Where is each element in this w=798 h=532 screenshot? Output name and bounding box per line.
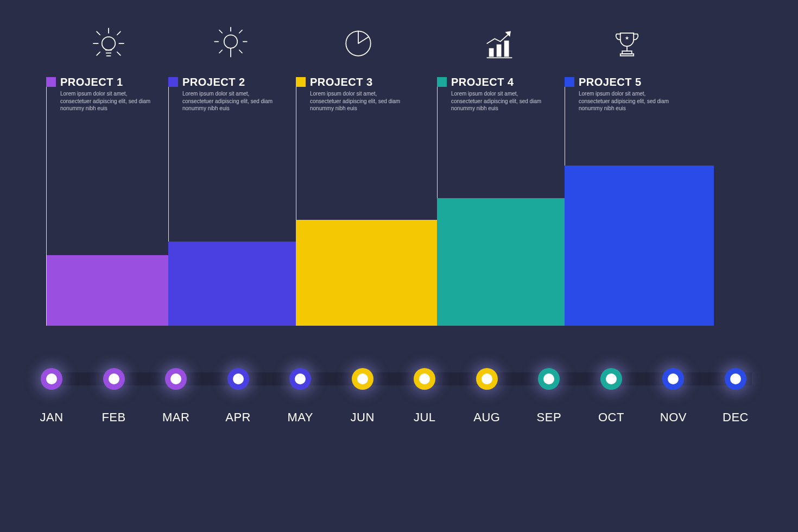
- timeline-dot: [41, 368, 62, 390]
- month-label: DEC: [723, 410, 749, 425]
- pie-icon: [296, 16, 421, 71]
- project-4: PROJECT 4 Lorem ipsum dolor sit amet, co…: [437, 16, 562, 112]
- month-label: AUG: [473, 410, 500, 425]
- project-title: PROJECT 2: [182, 76, 275, 88]
- timeline-dot: [600, 368, 622, 390]
- svg-line-14: [239, 30, 242, 33]
- timeline-dot: [227, 368, 249, 390]
- project-3: PROJECT 3 Lorem ipsum dolor sit amet, co…: [296, 16, 421, 112]
- svg-line-15: [219, 50, 222, 53]
- month-label: MAY: [287, 410, 313, 425]
- project-2: PROJECT 2 Lorem ipsum dolor sit amet, co…: [168, 16, 293, 112]
- svg-line-4: [97, 31, 100, 35]
- project-5: ★ PROJECT 5 Lorem ipsum dolor sit amet, …: [565, 16, 689, 112]
- timeline-dot: [165, 368, 187, 390]
- month-label: SEP: [537, 410, 562, 425]
- svg-rect-24: [620, 54, 634, 56]
- svg-line-5: [117, 31, 121, 35]
- timeline-dot: [289, 368, 311, 390]
- svg-point-8: [224, 35, 238, 48]
- month-label: JUL: [414, 410, 436, 425]
- bar-project-2: [168, 242, 318, 326]
- month-label: OCT: [598, 410, 624, 425]
- month-label: FEB: [102, 410, 125, 425]
- month-label: JAN: [40, 410, 63, 425]
- project-description: Lorem ipsum dolor sit amet, consectetuer…: [451, 90, 543, 112]
- magnifier-icon: [168, 16, 293, 71]
- project-title: PROJECT 5: [579, 76, 671, 88]
- project-description: Lorem ipsum dolor sit amet, consectetuer…: [182, 90, 275, 112]
- bar-project-3: [296, 220, 459, 326]
- month-label: MAR: [162, 410, 189, 425]
- timeline-dot: [476, 368, 498, 390]
- bar-project-5: [565, 166, 714, 326]
- color-swatch: [46, 77, 56, 87]
- svg-line-7: [117, 52, 121, 55]
- month-label: JUN: [351, 410, 375, 425]
- svg-rect-19: [497, 45, 502, 57]
- bar-project-4: [437, 198, 586, 326]
- svg-line-13: [219, 30, 222, 33]
- timeline-track: [46, 372, 752, 385]
- project-description: Lorem ipsum dolor sit amet, consectetuer…: [60, 90, 153, 112]
- project-title: PROJECT 1: [60, 76, 153, 88]
- color-swatch: [437, 77, 447, 87]
- svg-rect-20: [504, 41, 509, 57]
- timeline-dot: [103, 368, 125, 390]
- project-1: PROJECT 1 Lorem ipsum dolor sit amet, co…: [46, 16, 171, 112]
- timeline-dot: [352, 368, 373, 390]
- chart-area: PROJECT 1 Lorem ipsum dolor sit amet, co…: [46, 16, 752, 364]
- lightbulb-icon: [46, 16, 171, 71]
- svg-text:★: ★: [625, 35, 629, 41]
- timeline-dot: [725, 368, 746, 390]
- svg-line-16: [239, 50, 242, 53]
- project-title: PROJECT 4: [451, 76, 543, 88]
- project-description: Lorem ipsum dolor sit amet, consectetuer…: [310, 90, 402, 112]
- color-swatch: [168, 77, 178, 87]
- timeline-dot: [662, 368, 684, 390]
- growth-icon: [437, 16, 562, 71]
- project-title: PROJECT 3: [310, 76, 402, 88]
- svg-point-0: [102, 37, 116, 50]
- color-swatch: [565, 77, 574, 87]
- project-description: Lorem ipsum dolor sit amet, consectetuer…: [579, 90, 671, 112]
- month-label: APR: [225, 410, 251, 425]
- timeline-dot: [414, 368, 435, 390]
- leader-line: [46, 84, 47, 326]
- trophy-icon: ★: [565, 16, 689, 71]
- svg-line-6: [97, 52, 100, 55]
- svg-rect-18: [489, 48, 494, 57]
- timeline-dot: [538, 368, 560, 390]
- month-label: NOV: [660, 410, 687, 425]
- color-swatch: [296, 77, 306, 87]
